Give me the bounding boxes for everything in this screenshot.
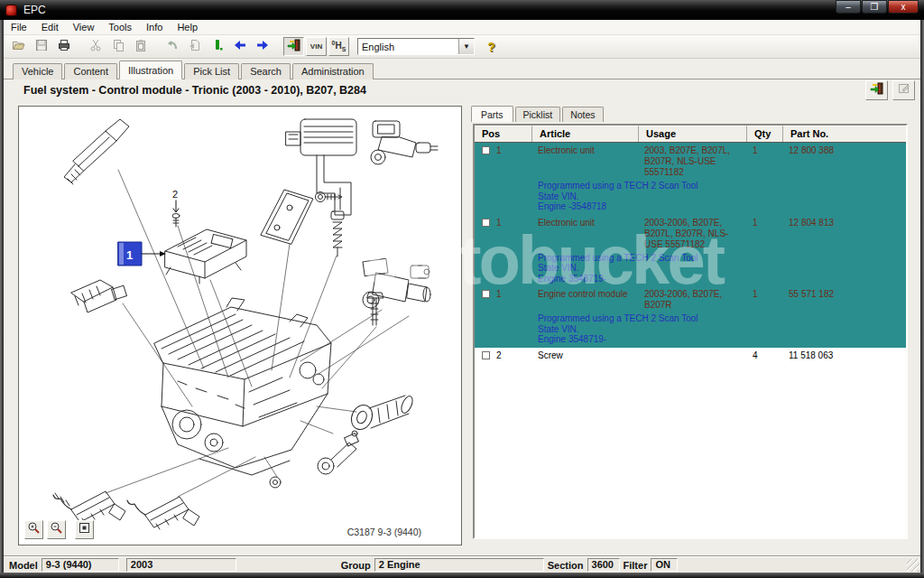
title-bar: EPC – ❒ x	[0, 0, 924, 20]
parts-table: Pos Article Usage Qty Part No. 1Electron…	[473, 124, 908, 539]
tab-search[interactable]: Search	[241, 63, 291, 79]
help-button[interactable]: ?	[481, 37, 502, 56]
copy-button[interactable]	[107, 37, 128, 56]
undo-arrow-icon	[165, 38, 180, 56]
svg-text:2: 2	[172, 189, 178, 200]
minimize-button[interactable]: –	[836, 0, 861, 14]
menu-tools[interactable]: Tools	[101, 21, 139, 33]
usage-value: 2003-2006, B207E, B207R	[639, 288, 747, 311]
close-button[interactable]: x	[888, 0, 919, 14]
menu-edit[interactable]: Edit	[34, 21, 66, 33]
save-button[interactable]	[31, 37, 51, 56]
parts-row[interactable]: 1Electronic unit2003-2006, B207E, B207L,…	[475, 215, 906, 287]
vin-button[interactable]: VIN	[306, 37, 327, 56]
row-checkbox[interactable]	[482, 351, 490, 359]
mass-airflow-meter	[286, 119, 356, 215]
back-arrow-icon	[233, 38, 247, 56]
zoom-fit-button[interactable]	[75, 520, 94, 539]
scissors-icon	[88, 38, 103, 56]
zoom-in-button[interactable]	[24, 520, 43, 539]
engine-illustration[interactable]: 2 1	[19, 107, 461, 545]
row-checkbox[interactable]	[482, 219, 490, 227]
note-line: Programmed using a TECH 2 Scan Tool	[538, 181, 902, 191]
menu-info[interactable]: Info	[139, 21, 170, 33]
ohs-label: 0HS	[332, 40, 346, 52]
position-2-marker[interactable]: 2	[172, 189, 180, 227]
tab-notes[interactable]: Notes	[562, 107, 603, 122]
back-button[interactable]	[229, 37, 250, 56]
article-value: Screw	[532, 350, 639, 361]
usage-value: 2003, B207E, B207L, B207R, NLS-USE 55571…	[639, 144, 747, 178]
spring-bolt	[331, 211, 344, 256]
position-1-highlight[interactable]: 1	[118, 242, 166, 266]
tab-vehicle[interactable]: Vehicle	[13, 63, 62, 79]
open-button[interactable]	[8, 37, 29, 56]
print-button[interactable]	[53, 37, 74, 56]
highlight-toggle-button[interactable]	[207, 37, 227, 56]
floppy-icon	[34, 38, 49, 56]
menu-file[interactable]: File	[4, 21, 34, 33]
note-line: Programmed using a TECH 2 Scan Tool	[538, 253, 902, 264]
green-bar-icon	[210, 38, 225, 56]
row-notes: Programmed using a TECH 2 Scan ToolState…	[532, 311, 906, 345]
maximize-button[interactable]: ❒	[862, 0, 887, 14]
exit-illustration-button[interactable]	[865, 80, 888, 100]
parts-row[interactable]: 2Screw411 518 063	[475, 348, 906, 364]
open-folder-icon	[12, 38, 26, 56]
row-checkbox[interactable]	[482, 146, 490, 154]
col-usage: Usage	[639, 126, 747, 142]
parts-row[interactable]: 1Electronic unit2003, B207E, B207L, B207…	[475, 143, 906, 215]
note-line: State VIN.	[538, 324, 902, 335]
forward-arrow-icon	[255, 38, 270, 56]
part-no-value: 11 518 063	[783, 350, 906, 361]
zoom-in-icon	[27, 521, 41, 538]
menu-help[interactable]: Help	[170, 21, 205, 33]
page-title: Fuel system - Control module - Trionic (…	[23, 84, 366, 97]
undo-button[interactable]	[162, 37, 182, 56]
zoom-out-icon	[50, 521, 63, 538]
forward-button[interactable]	[252, 37, 273, 56]
ohs-button[interactable]: 0HS	[328, 37, 349, 56]
parts-rows: 1Electronic unit2003, B207E, B207L, B207…	[475, 143, 906, 364]
article-value: Electronic unit	[532, 217, 639, 250]
qty-value: 1	[747, 217, 783, 250]
parts-row[interactable]: 1Engine control module2003-2006, B207E, …	[475, 286, 906, 348]
tab-illustration[interactable]: Illustration	[119, 61, 182, 79]
part-no-value: 55 571 182	[783, 288, 906, 311]
status-bar: Model 9-3 (9440) 2003 Group 2 Engine Sec…	[4, 556, 920, 573]
exit-illustration-toolbar-button[interactable]	[283, 37, 304, 56]
pos-value: 1	[496, 218, 502, 228]
bolt	[367, 293, 383, 325]
help-icon: ?	[487, 40, 495, 54]
oxygen-sensor-2	[127, 497, 199, 529]
parts-tabstrip: Parts Picklist Notes	[467, 104, 915, 122]
section-value: 3600	[587, 558, 620, 572]
group-value: 2 Engine	[374, 558, 544, 572]
resize-grip[interactable]	[907, 559, 919, 572]
language-select[interactable]: English ▼	[357, 38, 475, 55]
tab-content[interactable]: Content	[64, 63, 117, 79]
washer	[270, 477, 281, 488]
app-icon	[5, 5, 17, 16]
usage-value	[639, 350, 747, 361]
tab-pick-list[interactable]: Pick List	[184, 63, 239, 79]
article-value: Electronic unit	[532, 144, 639, 178]
zoom-out-button[interactable]	[47, 520, 66, 539]
svg-text:1: 1	[126, 248, 133, 262]
redo-page-button[interactable]	[184, 37, 205, 56]
paste-button[interactable]	[130, 37, 151, 56]
tab-picklist[interactable]: Picklist	[515, 107, 561, 122]
row-checkbox[interactable]	[482, 290, 490, 298]
electronic-control-module[interactable]	[165, 229, 246, 284]
tab-administration[interactable]: Administration	[292, 63, 374, 79]
language-value: English	[358, 42, 458, 52]
note-line: Engine 3548719-	[538, 274, 902, 284]
tab-parts[interactable]: Parts	[471, 106, 513, 122]
menu-view[interactable]: View	[66, 21, 102, 33]
chevron-down-icon[interactable]: ▼	[458, 39, 474, 54]
notes-button[interactable]	[892, 80, 915, 100]
bracket	[261, 190, 313, 244]
vin-label: VIN	[310, 42, 322, 51]
filter-value: ON	[651, 558, 678, 572]
cut-button[interactable]	[85, 37, 106, 56]
